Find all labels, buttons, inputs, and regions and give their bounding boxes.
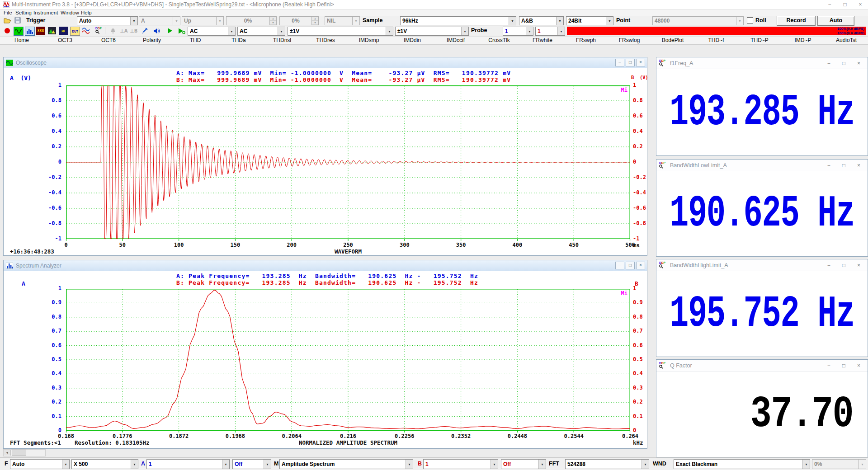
probe-a-dropdown[interactable]: 1▼ bbox=[503, 27, 533, 36]
channel-b-trace-dropdown[interactable]: 1▼ bbox=[423, 459, 498, 469]
panel-close-button[interactable]: × bbox=[857, 362, 860, 369]
window-maximize-button[interactable]: □ bbox=[837, 0, 853, 9]
record-length-dropdown[interactable]: 48000▼ bbox=[652, 16, 744, 25]
sampling-channels-dropdown[interactable]: A&B▼ bbox=[519, 16, 564, 25]
panel-close-button[interactable]: × bbox=[636, 59, 645, 66]
tab-thda[interactable]: THDa bbox=[217, 37, 260, 44]
zoom-factor-dropdown[interactable]: X 500▼ bbox=[71, 459, 138, 469]
spectrum-title-bar[interactable]: Spectrum Analyzer − □ × bbox=[4, 260, 647, 271]
trigger-source-dropdown[interactable]: A▼ bbox=[139, 16, 180, 25]
tab-thd~f[interactable]: THD~f bbox=[694, 37, 738, 44]
tab-polarity[interactable]: Polarity bbox=[130, 37, 174, 44]
tab-imdsmp[interactable]: IMDsmp bbox=[347, 37, 391, 44]
trigger-delay-spinner[interactable]: 0% ▲▼ bbox=[279, 16, 319, 25]
window-close-button[interactable]: × bbox=[853, 0, 868, 9]
scroll-left-icon[interactable]: ◄ bbox=[4, 450, 11, 456]
menu-setting[interactable]: Setting bbox=[15, 9, 32, 16]
channel-b-mode-dropdown[interactable]: Off▼ bbox=[501, 459, 546, 469]
oscilloscope-icon[interactable] bbox=[14, 27, 24, 36]
auto-scale-button[interactable]: Auto bbox=[817, 16, 854, 26]
panel-close-button[interactable]: × bbox=[636, 262, 645, 269]
panel-minimize-button[interactable]: − bbox=[827, 162, 830, 169]
panel-maximize-button[interactable]: □ bbox=[842, 162, 845, 169]
tab-imddin[interactable]: IMDdin bbox=[391, 37, 434, 44]
trigger-edge-dropdown[interactable]: Up▼ bbox=[182, 16, 224, 25]
tab-imd~p[interactable]: IMD~P bbox=[781, 37, 825, 44]
record-button[interactable]: Record bbox=[777, 16, 816, 26]
overlap-dropdown[interactable]: 0%▼ bbox=[812, 459, 866, 469]
sampling-rate-dropdown[interactable]: 96kHz▼ bbox=[400, 16, 516, 25]
spectrum-3d-plot-icon[interactable] bbox=[47, 27, 57, 35]
panel-restore-button[interactable]: □ bbox=[626, 59, 635, 66]
ddp-panel-title-bar[interactable]: DDPf1Freq_A−□× bbox=[656, 57, 868, 69]
tab-oct3[interactable]: OCT3 bbox=[43, 37, 87, 44]
panel-close-button[interactable]: × bbox=[857, 162, 860, 169]
oscilloscope-title-bar[interactable]: Oscilloscope − □ × bbox=[4, 57, 647, 68]
tab-frwhite[interactable]: FRwhite bbox=[521, 37, 564, 44]
open-file-icon[interactable] bbox=[3, 16, 12, 24]
menu-window[interactable]: Window bbox=[61, 9, 79, 16]
spectrum-plot[interactable]: Mi bbox=[66, 289, 630, 431]
signal-generator-icon[interactable]: ≋ bbox=[59, 27, 68, 35]
scrollbar-thumb[interactable] bbox=[12, 450, 26, 456]
ddp-panel-title-bar[interactable]: DDPBandWidthHighLimit_A−□× bbox=[656, 259, 868, 271]
save-icon[interactable] bbox=[13, 16, 22, 24]
panel-restore-button[interactable]: □ bbox=[626, 262, 635, 269]
coupling-b-dropdown[interactable]: AC▼ bbox=[237, 27, 285, 36]
menu-help[interactable]: Help bbox=[81, 9, 92, 16]
tab-crosstlk[interactable]: CrossTlk bbox=[477, 37, 521, 44]
sweep-mode-dropdown[interactable]: Auto▼ bbox=[10, 459, 70, 469]
panel-minimize-button[interactable]: − bbox=[827, 60, 830, 66]
menu-file[interactable]: File bbox=[4, 9, 12, 16]
derived-data-curve-icon[interactable] bbox=[81, 27, 90, 35]
calibration-probe-icon[interactable] bbox=[140, 27, 149, 35]
trigger-mode-dropdown[interactable]: Auto▼ bbox=[77, 16, 138, 25]
roll-checkbox[interactable]: Roll bbox=[747, 17, 766, 24]
panel-close-button[interactable]: × bbox=[857, 262, 860, 268]
tab-bodeplot[interactable]: BodePlot bbox=[651, 37, 694, 44]
window-minimize-button[interactable]: − bbox=[822, 0, 837, 9]
run-icon[interactable] bbox=[165, 27, 175, 35]
tab-frswph[interactable]: FRswph bbox=[564, 37, 608, 44]
tab-imdccif[interactable]: IMDccif bbox=[434, 37, 477, 44]
channel-a-mode-dropdown[interactable]: Off▼ bbox=[232, 459, 271, 469]
display-mode-dropdown[interactable]: Amplitude Spectrum▼ bbox=[279, 459, 413, 469]
panel-minimize-button[interactable]: − bbox=[827, 262, 830, 268]
panel-minimize-button[interactable]: − bbox=[827, 362, 830, 369]
panel-maximize-button[interactable]: □ bbox=[842, 60, 845, 66]
panel-minimize-button[interactable]: − bbox=[615, 262, 624, 269]
spectrum-analyzer-icon[interactable] bbox=[25, 27, 35, 36]
trigger-coupling-dropdown[interactable]: NIL▼ bbox=[325, 16, 360, 25]
tab-thdnsl[interactable]: THDnsl bbox=[260, 37, 304, 44]
window-function-dropdown[interactable]: Exact Blackman▼ bbox=[674, 459, 810, 469]
oscilloscope-plot[interactable]: Mi bbox=[66, 85, 630, 239]
ddp-viewer-icon[interactable]: DDP bbox=[93, 27, 102, 35]
panel-maximize-button[interactable]: □ bbox=[842, 362, 845, 369]
speaker-icon[interactable] bbox=[152, 27, 161, 35]
tab-oct6[interactable]: OCT6 bbox=[87, 37, 130, 44]
sampling-bits-dropdown[interactable]: 24Bit▼ bbox=[566, 16, 613, 25]
fft-points-dropdown[interactable]: 524288▼ bbox=[565, 459, 649, 469]
run-continuous-icon[interactable] bbox=[177, 27, 186, 35]
panel-maximize-button[interactable]: □ bbox=[842, 262, 845, 268]
tab-frswlog[interactable]: FRswlog bbox=[608, 37, 651, 44]
device-test-plan-icon[interactable]: DUT bbox=[70, 27, 80, 36]
tab-thd[interactable]: THD bbox=[174, 37, 217, 44]
tab-thd~p[interactable]: THD~P bbox=[738, 37, 781, 44]
probe-b-dropdown[interactable]: 1▼ bbox=[535, 27, 565, 36]
tab-home[interactable]: Home bbox=[0, 37, 43, 44]
hold-channel-a-icon[interactable]: ⊥A bbox=[119, 27, 128, 35]
hold-channel-b-icon[interactable]: ⊥B bbox=[129, 27, 138, 35]
panel-minimize-button[interactable]: − bbox=[615, 59, 624, 66]
range-a-dropdown[interactable]: ±1V▼ bbox=[288, 27, 393, 36]
sound-device-icon[interactable] bbox=[108, 27, 118, 35]
horizontal-scrollbar[interactable]: ◄ bbox=[3, 449, 46, 456]
record-stop-icon[interactable] bbox=[3, 27, 12, 35]
coupling-a-dropdown[interactable]: AC▼ bbox=[188, 27, 236, 36]
trigger-level-spinner[interactable]: 0% ▲▼ bbox=[226, 16, 277, 25]
ddp-panel-title-bar[interactable]: DDPQ Factor−□× bbox=[656, 360, 868, 371]
ddp-panel-title-bar[interactable]: DDPBandWidthLowLimit_A−□× bbox=[656, 160, 868, 171]
tab-audiotst[interactable]: AudioTst bbox=[825, 37, 868, 44]
channel-a-trace-dropdown[interactable]: 1▼ bbox=[146, 459, 230, 469]
menu-instrument[interactable]: Instrument bbox=[33, 9, 58, 16]
